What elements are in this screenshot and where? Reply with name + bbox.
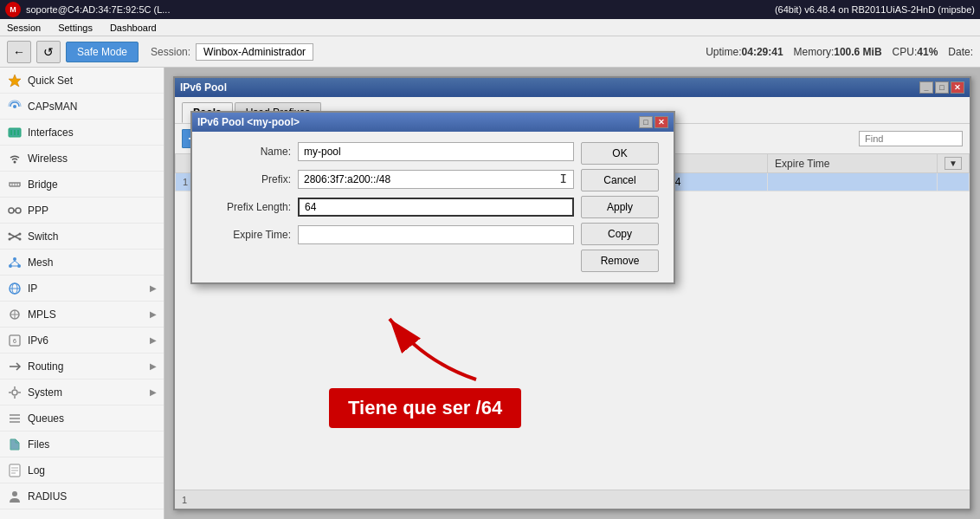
sidebar-arrow: ▶	[150, 283, 157, 293]
svg-point-11	[9, 208, 14, 213]
sidebar-item-label: RADIUS	[28, 490, 67, 503]
sidebar-item-mpls[interactable]: MPLS ▶	[0, 302, 164, 328]
sidebar-arrow: ▶	[150, 387, 157, 397]
prefix-length-row: Prefix Length:	[203, 198, 574, 217]
sidebar-item-files[interactable]: Files	[0, 431, 164, 457]
sidebar-item-queues[interactable]: Queues	[0, 405, 164, 431]
sidebar-item-mesh[interactable]: Mesh	[0, 250, 164, 276]
ipv6-pool-dialog: IPv6 Pool <my-pool> □ ✕ Name: Prefix:	[190, 111, 675, 284]
bridge-icon	[7, 177, 23, 192]
cpu-label: CPU:	[893, 46, 918, 58]
svg-marker-0	[9, 75, 21, 87]
minimize-button[interactable]: _	[919, 81, 933, 94]
close-button[interactable]: ✕	[951, 81, 964, 94]
routing-icon	[7, 359, 23, 374]
svg-point-12	[16, 208, 21, 213]
annotation-box: Tiene que ser /64	[329, 388, 521, 428]
ip-icon	[7, 281, 23, 296]
svg-point-21	[9, 264, 12, 268]
name-row: Name:	[203, 142, 574, 161]
menu-session[interactable]: Session	[3, 21, 44, 35]
expire-time-input[interactable]	[298, 225, 574, 244]
sidebar-item-capsman[interactable]: CAPsMAN	[0, 94, 164, 120]
sidebar-arrow: ▶	[150, 361, 157, 371]
apply-button[interactable]: Apply	[581, 196, 659, 218]
sidebar-item-label: Quick Set	[28, 75, 73, 87]
sidebar-item-bridge[interactable]: Bridge	[0, 172, 164, 198]
sidebar-item-ipv6[interactable]: 6 IPv6 ▶	[0, 328, 164, 354]
menu-settings[interactable]: Settings	[55, 21, 96, 35]
dialog-close-button[interactable]: ✕	[654, 116, 668, 128]
session-label: Session:	[151, 46, 190, 58]
sidebar-item-interfaces[interactable]: Interfaces	[0, 120, 164, 146]
sidebar-item-label: IPv6	[28, 334, 48, 347]
sidebar-item-label: Queues	[28, 412, 64, 425]
prefix-length-input[interactable]	[298, 198, 574, 217]
menu-dashboard[interactable]: Dashboard	[106, 21, 160, 35]
sidebar-item-label: Log	[28, 464, 45, 477]
dialog-titlebar: IPv6 Pool <my-pool> □ ✕	[192, 113, 674, 132]
prefix-row: Prefix: I	[203, 170, 574, 189]
maximize-button[interactable]: □	[935, 81, 949, 94]
sidebar-item-routing[interactable]: Routing ▶	[0, 354, 164, 380]
sidebar-item-label: CAPsMAN	[28, 101, 77, 113]
sidebar-item-ppp[interactable]: PPP	[0, 198, 164, 224]
svg-line-24	[15, 261, 19, 264]
sidebar-item-label: PPP	[28, 204, 48, 217]
quick-set-icon	[7, 73, 23, 88]
sidebar-item-switch[interactable]: Switch	[0, 224, 164, 250]
session-value: Winbox-Administrador	[196, 43, 313, 61]
sidebar-item-quick-set[interactable]: Quick Set	[0, 68, 164, 94]
remove-button[interactable]: Remove	[581, 250, 659, 272]
uptime-label: Uptime:	[706, 46, 741, 58]
sidebar-item-label: Interfaces	[28, 127, 74, 139]
find-input[interactable]	[859, 131, 963, 146]
name-input[interactable]	[298, 142, 574, 161]
expire-time-row: Expire Time:	[203, 225, 574, 244]
connection-info: soporte@C4:AD:34:7E:92:5C (L...	[26, 4, 768, 15]
main-layout: Quick Set CAPsMAN Interfaces Wireless Br…	[0, 68, 980, 519]
sidebar-item-log[interactable]: Log	[0, 457, 164, 483]
svg-point-18	[19, 237, 22, 240]
radius-icon	[7, 489, 23, 504]
sidebar-item-system[interactable]: System ▶	[0, 380, 164, 405]
svg-point-6	[14, 160, 16, 163]
svg-rect-3	[10, 130, 12, 135]
cancel-button[interactable]: Cancel	[581, 169, 659, 191]
toolbar: ← ↺ Safe Mode Session: Winbox-Administra…	[0, 36, 980, 68]
menu-bar: Session Settings Dashboard	[0, 19, 980, 36]
status-bar: 1	[175, 490, 970, 509]
memory-value: 100.6 MiB	[834, 46, 881, 58]
column-dropdown-button[interactable]: ▼	[945, 157, 962, 170]
prefix-input[interactable]	[298, 170, 574, 189]
sidebar-item-ip[interactable]: IP ▶	[0, 276, 164, 302]
sidebar-arrow: ▶	[150, 309, 157, 319]
window-controls: _ □ ✕	[919, 81, 964, 94]
sidebar-item-label: Wireless	[28, 152, 68, 165]
svg-rect-4	[14, 130, 16, 135]
date-label: Date:	[948, 46, 973, 58]
refresh-button[interactable]: ↺	[36, 41, 61, 63]
sidebar-item-radius[interactable]: RADIUS	[0, 483, 164, 509]
sidebar-item-label: MPLS	[28, 308, 56, 321]
top-bar: M soporte@C4:AD:34:7E:92:5C (L... (64bit…	[0, 0, 980, 19]
content-area: IPv6 Pool _ □ ✕ Pools Used Prefixes + −	[164, 68, 980, 519]
system-icon	[7, 385, 23, 400]
queues-icon	[7, 411, 23, 426]
interfaces-icon	[7, 125, 23, 140]
cell-dropdown	[938, 173, 970, 191]
dialog-maximize-button[interactable]: □	[639, 116, 653, 128]
sidebar-item-label: Mesh	[28, 256, 53, 269]
sidebar-item-label: System	[28, 386, 62, 399]
svg-point-19	[19, 232, 22, 235]
uptime-value: 04:29:41	[742, 46, 783, 58]
col-dropdown-header[interactable]: ▼	[938, 154, 970, 173]
col-expire-time-header[interactable]: Expire Time	[768, 154, 938, 173]
svg-point-47	[12, 491, 17, 496]
mesh-icon	[7, 255, 23, 270]
back-button[interactable]: ←	[7, 41, 31, 63]
ok-button[interactable]: OK	[581, 142, 659, 165]
copy-button[interactable]: Copy	[581, 223, 659, 245]
sidebar-item-wireless[interactable]: Wireless	[0, 146, 164, 172]
safe-mode-button[interactable]: Safe Mode	[66, 42, 139, 62]
